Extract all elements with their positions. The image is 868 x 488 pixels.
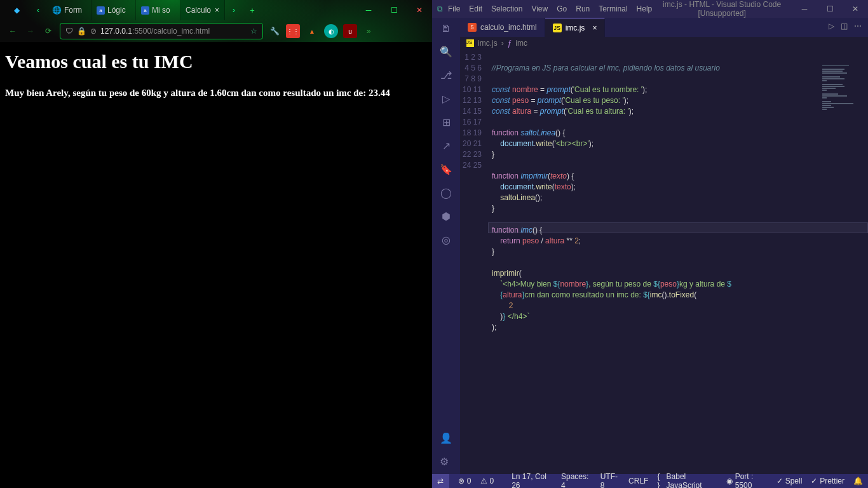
editor-tabs: 5 calculo_imc.html JS imc.js × ▷ ◫ ⋯ bbox=[460, 18, 868, 37]
shield-icon: 🛡 bbox=[65, 27, 73, 36]
menu-file[interactable]: File bbox=[448, 4, 460, 13]
address-bar[interactable]: 🛡 🔒 ⊘ 127.0.0.1:5500/calculo_imc.html ☆ bbox=[60, 23, 263, 39]
python-icon[interactable]: ⬢ bbox=[442, 210, 451, 222]
explorer-icon[interactable]: 🗎 bbox=[441, 23, 451, 34]
menu-run[interactable]: Run bbox=[576, 4, 590, 13]
close-window-button[interactable]: ✕ bbox=[407, 0, 432, 20]
cursor-position[interactable]: Ln 17, Col 26 bbox=[512, 472, 552, 488]
reload-button[interactable]: ⟳ bbox=[42, 27, 55, 36]
close-button[interactable]: ✕ bbox=[843, 4, 868, 13]
maximize-button[interactable]: ☐ bbox=[817, 4, 843, 13]
menu-view[interactable]: View bbox=[531, 4, 548, 13]
editor-tab[interactable]: 5 calculo_imc.html bbox=[460, 18, 545, 37]
search-icon[interactable]: 🔍 bbox=[440, 46, 452, 58]
errors-indicator[interactable]: ⊗0 bbox=[458, 477, 471, 485]
line-numbers: 1 2 3 4 5 6 7 8 9 10 11 12 13 14 15 16 1… bbox=[460, 50, 488, 474]
gem-icon[interactable]: ◆ bbox=[4, 0, 29, 20]
indentation[interactable]: Spaces: 4 bbox=[561, 472, 592, 488]
menu-selection[interactable]: Selection bbox=[491, 4, 522, 13]
tab-label: Form bbox=[64, 6, 82, 15]
tab-next-icon[interactable]: › bbox=[225, 0, 243, 20]
browser-tab[interactable]: 🌐Form bbox=[47, 0, 92, 20]
page-heading: Veamos cual es tu IMC bbox=[5, 51, 427, 72]
browser-tabbar: ◆ ‹ 🌐Form aLógic aMi so Calculo× › ＋ ─ ☐… bbox=[0, 0, 432, 20]
lock-icon: 🔒 bbox=[77, 27, 86, 36]
browser-toolbar: ← → ⟳ 🛡 🔒 ⊘ 127.0.0.1:5500/calculo_imc.h… bbox=[0, 20, 432, 42]
encoding[interactable]: UTF-8 bbox=[600, 472, 620, 488]
menu-help[interactable]: Help bbox=[637, 4, 653, 13]
editor-tab-active[interactable]: JS imc.js × bbox=[545, 18, 606, 37]
chevron-right-icon: › bbox=[501, 39, 504, 48]
tab-label: Calculo bbox=[186, 6, 211, 15]
page-result-text: Muy bien Arely, según tu peso de 60kg y … bbox=[5, 88, 427, 98]
live-share-icon[interactable]: ↗ bbox=[442, 140, 451, 152]
breadcrumb[interactable]: JS imc.js › ƒ imc bbox=[460, 37, 868, 50]
remote-indicator[interactable]: ⇄ bbox=[432, 474, 449, 488]
target-icon[interactable]: ◎ bbox=[442, 234, 451, 246]
github-icon[interactable]: ◯ bbox=[440, 187, 452, 199]
live-server-port[interactable]: ◉Port : 5500 bbox=[726, 472, 768, 488]
split-editor-icon[interactable]: ◫ bbox=[841, 22, 848, 37]
browser-tab-active[interactable]: Calculo× bbox=[180, 0, 225, 20]
back-button[interactable]: ← bbox=[6, 27, 19, 36]
new-tab-button[interactable]: ＋ bbox=[243, 0, 262, 20]
language-mode[interactable]: { }Babel JavaScript bbox=[657, 472, 717, 488]
source-control-icon[interactable]: ⎇ bbox=[440, 69, 452, 81]
function-icon: ƒ bbox=[508, 39, 512, 48]
ublock-icon[interactable]: u bbox=[343, 24, 357, 38]
bookmark-icon[interactable]: 🔖 bbox=[440, 163, 452, 175]
vscode-logo-icon: ⧉ bbox=[437, 4, 443, 13]
extension-icon[interactable]: ⋮⋮ bbox=[286, 24, 300, 38]
tab-label: Mi so bbox=[152, 6, 170, 15]
menu-terminal[interactable]: Terminal bbox=[599, 4, 627, 13]
prettier[interactable]: ✓Prettier bbox=[811, 477, 844, 485]
menu-go[interactable]: Go bbox=[557, 4, 567, 13]
close-icon[interactable]: × bbox=[215, 6, 219, 15]
extension-icon[interactable]: ▲ bbox=[305, 24, 319, 38]
minimize-button[interactable]: ─ bbox=[792, 4, 817, 13]
code-content[interactable]: //Programa en JS para calcular el imc, p… bbox=[488, 50, 868, 474]
js-file-icon: JS bbox=[553, 24, 562, 32]
favicon: a bbox=[141, 6, 149, 15]
error-icon: ⊗ bbox=[458, 477, 465, 485]
extensions-overflow-icon[interactable]: » bbox=[362, 27, 375, 36]
browser-tab[interactable]: aMi so bbox=[136, 0, 180, 20]
connection-icon: ⊘ bbox=[90, 27, 97, 36]
browser-tab[interactable]: aLógic bbox=[92, 0, 136, 20]
devtools-icon[interactable]: 🔧 bbox=[268, 27, 281, 36]
window-controls: ─ ☐ ✕ bbox=[792, 4, 868, 13]
spell-check[interactable]: ✓Spell bbox=[776, 477, 803, 485]
page-content: Veamos cual es tu IMC Muy bien Arely, se… bbox=[0, 42, 432, 488]
tab-label: calculo_imc.html bbox=[480, 23, 537, 32]
tab-prev-icon[interactable]: ‹ bbox=[29, 0, 47, 20]
account-icon[interactable]: 👤 bbox=[440, 432, 452, 444]
run-icon[interactable]: ▷ bbox=[829, 22, 834, 37]
window-title: imc.js - HTML - Visual Studio Code [Unsu… bbox=[652, 0, 792, 18]
breadcrumb-item[interactable]: imc bbox=[515, 39, 527, 48]
status-bar: ⇄ ⊗0 ⚠0 Ln 17, Col 26 Spaces: 4 UTF-8 CR… bbox=[432, 474, 868, 488]
maximize-button[interactable]: ☐ bbox=[381, 0, 407, 20]
check-icon: ✓ bbox=[776, 477, 783, 485]
minimize-button[interactable]: ─ bbox=[356, 0, 381, 20]
minimap[interactable] bbox=[822, 65, 867, 128]
menu-edit[interactable]: Edit bbox=[469, 4, 482, 13]
vscode-titlebar: ⧉ File Edit Selection View Go Run Termin… bbox=[432, 0, 868, 18]
close-icon[interactable]: × bbox=[592, 24, 597, 32]
html-file-icon: 5 bbox=[468, 23, 477, 32]
tab-label: imc.js bbox=[566, 24, 585, 32]
more-icon[interactable]: ⋯ bbox=[854, 22, 862, 37]
warnings-indicator[interactable]: ⚠0 bbox=[480, 477, 494, 485]
extensions-icon[interactable]: ⊞ bbox=[442, 116, 451, 128]
check-icon: ✓ bbox=[811, 477, 817, 485]
extension-icon[interactable]: ◐ bbox=[324, 24, 338, 38]
favicon: a bbox=[97, 6, 105, 15]
eol[interactable]: CRLF bbox=[628, 477, 648, 485]
browser-window: ◆ ‹ 🌐Form aLógic aMi so Calculo× › ＋ ─ ☐… bbox=[0, 0, 432, 488]
run-debug-icon[interactable]: ▷ bbox=[442, 93, 450, 105]
code-editor[interactable]: 1 2 3 4 5 6 7 8 9 10 11 12 13 14 15 16 1… bbox=[460, 50, 868, 474]
settings-gear-icon[interactable]: ⚙ bbox=[440, 456, 452, 468]
notifications-icon[interactable]: 🔔 bbox=[853, 477, 863, 485]
forward-button[interactable]: → bbox=[24, 27, 37, 36]
bookmark-icon[interactable]: ☆ bbox=[250, 27, 257, 36]
breadcrumb-item[interactable]: imc.js bbox=[478, 39, 498, 48]
